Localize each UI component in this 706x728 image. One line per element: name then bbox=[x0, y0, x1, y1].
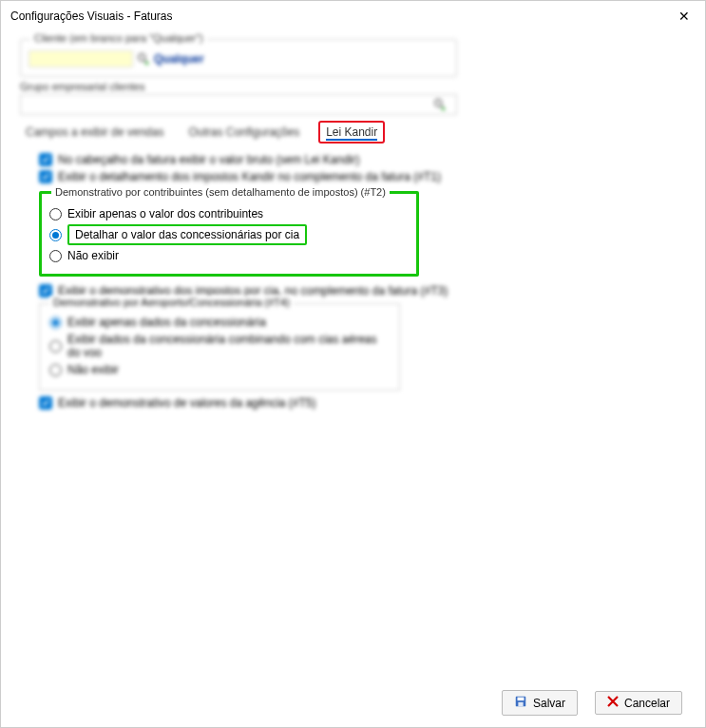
t2-radio-detalhar[interactable]: Detalhar o valor das concessionárias por… bbox=[49, 224, 409, 245]
svg-rect-7 bbox=[517, 698, 524, 701]
checkbox-icon bbox=[39, 170, 52, 183]
save-icon bbox=[514, 695, 527, 711]
radio-icon bbox=[49, 340, 62, 353]
cancel-button[interactable]: Cancelar bbox=[595, 691, 682, 715]
search-icon[interactable] bbox=[137, 52, 150, 66]
svg-point-2 bbox=[145, 62, 149, 66]
t4-legend: Demonstrativo por Aeroporto/Concessionár… bbox=[49, 297, 294, 308]
grupo-input[interactable] bbox=[20, 94, 457, 115]
tab-lei-kandir[interactable]: Lei Kandir bbox=[318, 121, 385, 144]
tab-outras[interactable]: Outras Configurações bbox=[182, 123, 305, 142]
radio-label: Não exibir bbox=[67, 363, 119, 376]
radio-icon bbox=[49, 208, 62, 220]
save-button[interactable]: Salvar bbox=[502, 690, 578, 716]
svg-point-3 bbox=[435, 100, 442, 106]
checkbox-label: Exibir o demonstrativo de valores da agê… bbox=[58, 396, 315, 410]
client-qualquer-label: Qualquer bbox=[154, 52, 204, 66]
tabs: Campos a exibir de vendas Outras Configu… bbox=[20, 121, 696, 144]
radio-label: Exibir dados da concessionária combinand… bbox=[67, 333, 390, 359]
checkbox-detalhamento[interactable]: Exibir o detalhamento dos impostos Kandi… bbox=[39, 170, 696, 183]
radio-label: Exibir apenas dados da concessionária bbox=[67, 316, 266, 329]
checkbox-icon bbox=[39, 396, 52, 410]
tab-campos[interactable]: Campos a exibir de vendas bbox=[20, 123, 169, 142]
t2-legend: Demonstrativo por contribuintes (sem det… bbox=[51, 186, 390, 198]
client-group: Cliente (em branco para "Qualquer") Qual… bbox=[20, 39, 457, 77]
t4-radio-combinando[interactable]: Exibir dados da concessionária combinand… bbox=[49, 333, 390, 359]
t4-radio-nao-exibir[interactable]: Não exibir bbox=[49, 363, 390, 376]
checkbox-t5[interactable]: Exibir o demonstrativo de valores da agê… bbox=[39, 396, 696, 410]
svg-point-5 bbox=[442, 107, 446, 111]
checkbox-label: Exibir o demonstrativo dos impostos por … bbox=[58, 284, 448, 297]
t2-group: Demonstrativo por contribuintes (sem det… bbox=[39, 191, 419, 277]
checkbox-icon bbox=[39, 284, 52, 297]
svg-point-0 bbox=[139, 54, 145, 61]
client-input[interactable] bbox=[29, 50, 133, 67]
window-title: Configurações Visuais - Faturas bbox=[10, 10, 173, 23]
cancel-icon bbox=[607, 696, 619, 710]
checkbox-icon bbox=[39, 153, 52, 166]
svg-rect-8 bbox=[518, 702, 523, 706]
checkbox-cabecalho[interactable]: No cabeçalho da fatura exibir o valor br… bbox=[39, 153, 696, 166]
close-icon[interactable]: ✕ bbox=[673, 7, 696, 26]
radio-icon bbox=[49, 316, 62, 329]
radio-label: Não exibir bbox=[67, 249, 119, 262]
radio-icon bbox=[49, 250, 62, 262]
titlebar: Configurações Visuais - Faturas ✕ bbox=[1, 1, 705, 31]
checkbox-label: No cabeçalho da fatura exibir o valor br… bbox=[58, 153, 360, 166]
checkbox-t3[interactable]: Exibir o demonstrativo dos impostos por … bbox=[39, 284, 696, 297]
radio-icon bbox=[49, 229, 62, 241]
radio-label: Detalhar o valor das concessionárias por… bbox=[67, 224, 307, 245]
t2-radio-nao-exibir[interactable]: Não exibir bbox=[49, 249, 409, 262]
cancel-label: Cancelar bbox=[624, 697, 670, 710]
client-group-legend: Cliente (em branco para "Qualquer") bbox=[30, 32, 207, 44]
t2-radio-exibir-apenas[interactable]: Exibir apenas o valor dos contribuintes bbox=[49, 207, 409, 220]
radio-label: Exibir apenas o valor dos contribuintes bbox=[67, 207, 263, 220]
radio-icon bbox=[49, 364, 62, 376]
t4-group: Demonstrativo por Aeroporto/Concessionár… bbox=[39, 303, 400, 391]
checkbox-label: Exibir o detalhamento dos impostos Kandi… bbox=[58, 170, 441, 183]
grupo-label: Grupo empresarial clientes bbox=[20, 81, 457, 92]
search-icon[interactable] bbox=[433, 98, 447, 111]
t4-radio-apenas[interactable]: Exibir apenas dados da concessionária bbox=[49, 316, 390, 329]
footer-buttons: Salvar Cancelar bbox=[502, 690, 682, 716]
save-label: Salvar bbox=[533, 697, 565, 710]
